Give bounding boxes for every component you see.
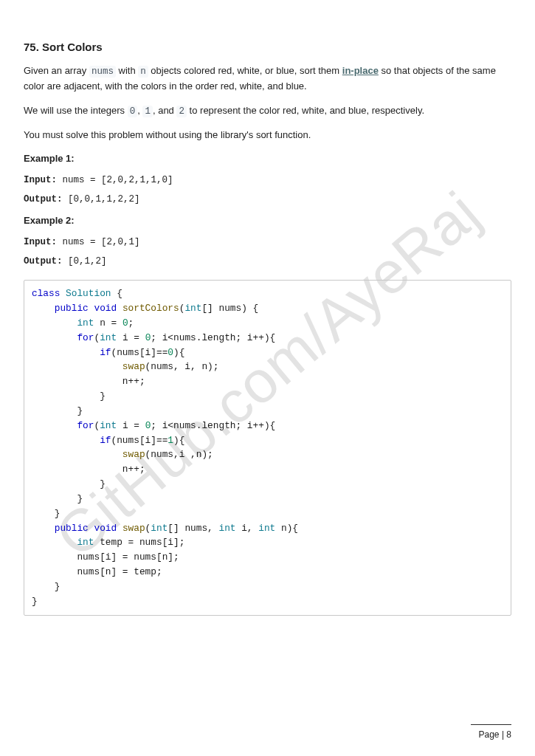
problem-paragraph-2: We will use the integers 0, 1, and 2 to … <box>24 103 511 119</box>
fn: swap <box>32 449 145 460</box>
input-value: nums = [2,0,2,1,1,0] <box>57 175 173 185</box>
fn: swap <box>117 523 145 534</box>
text: } <box>32 391 106 402</box>
type: int <box>151 523 168 534</box>
text: i = <box>117 332 145 343</box>
text: n++; <box>32 376 145 387</box>
text: with <box>116 65 138 76</box>
page-number: Page | 8 <box>479 729 511 740</box>
example-1-input: Input: nums = [2,0,2,1,1,0] <box>24 175 511 185</box>
type: int <box>258 523 275 534</box>
text: to represent the color red, white, and b… <box>187 105 424 116</box>
output-label: Output: <box>24 194 63 205</box>
inline-code-0: 0 <box>128 106 138 117</box>
text: , and <box>153 105 177 116</box>
text: ; i<nums.length; i++){ <box>151 420 275 431</box>
text: } <box>32 508 60 519</box>
type: Solution <box>60 288 111 299</box>
type: int <box>32 537 94 548</box>
kw: for <box>32 332 94 343</box>
text: (nums[i]== <box>111 435 168 446</box>
kw: class <box>32 288 60 299</box>
inline-code-1: 1 <box>142 106 153 117</box>
example-1-label: Example 1: <box>24 151 511 166</box>
type: int <box>32 317 94 329</box>
text: ){ <box>173 347 184 358</box>
output-label: Output: <box>24 256 63 267</box>
text: (nums,i ,n); <box>145 449 213 460</box>
text: n){ <box>275 523 298 534</box>
page-content: 75. Sort Colors Given an array nums with… <box>0 0 535 616</box>
example-2-label: Example 2: <box>24 213 511 228</box>
text: ; <box>128 317 134 329</box>
text: (nums[i]== <box>111 347 168 358</box>
kw: void <box>89 303 117 314</box>
type: int <box>100 420 117 431</box>
inline-code-2: 2 <box>176 106 187 117</box>
fn: sortColors <box>117 303 179 314</box>
inline-code-n: n <box>138 66 148 78</box>
text: } <box>32 405 83 416</box>
fn: swap <box>32 361 145 372</box>
text: nums[n] = temp; <box>32 566 162 577</box>
text: i = <box>117 420 145 431</box>
text: Given an array <box>24 65 89 76</box>
text: } <box>32 596 38 607</box>
inline-code-nums: nums <box>89 66 116 78</box>
text: ; i<nums.length; i++){ <box>151 332 275 343</box>
problem-title: 75. Sort Colors <box>24 41 511 53</box>
text: objects colored red, white, or blue, sor… <box>148 65 342 76</box>
text: ){ <box>173 435 184 446</box>
text: nums[i] = nums[n]; <box>32 551 179 563</box>
type: int <box>184 303 201 314</box>
text: temp = nums[i]; <box>94 537 184 548</box>
num: 0 <box>168 347 173 358</box>
text: n++; <box>32 464 145 475</box>
kw: public <box>32 523 89 534</box>
example-2-output: Output: [0,1,2] <box>24 256 511 267</box>
text: } <box>32 581 60 592</box>
example-2-input: Input: nums = [2,0,1] <box>24 237 511 247</box>
text: (nums, i, n); <box>145 361 219 372</box>
kw: public <box>32 303 89 314</box>
text: [] nums) { <box>201 303 258 314</box>
text: } <box>32 478 106 489</box>
kw: for <box>32 420 94 431</box>
text: i, <box>236 523 259 534</box>
output-value: [0,1,2] <box>63 256 107 267</box>
input-value: nums = [2,0,1] <box>57 237 140 247</box>
text: { <box>111 288 122 299</box>
kw: void <box>89 523 117 534</box>
problem-paragraph-3: You must solve this problem without usin… <box>24 128 511 142</box>
output-value: [0,0,1,1,2,2] <box>63 194 140 205</box>
kw: if <box>32 347 111 358</box>
code-block: class Solution { public void sortColors(… <box>24 280 511 615</box>
input-label: Input: <box>24 237 57 247</box>
inplace-link[interactable]: in-place <box>342 65 379 76</box>
input-label: Input: <box>24 175 57 185</box>
text: We will use the integers <box>24 105 128 116</box>
text: } <box>32 493 83 504</box>
example-1-output: Output: [0,0,1,1,2,2] <box>24 194 511 205</box>
num: 0 <box>122 317 128 329</box>
footer-rule <box>471 724 511 725</box>
problem-paragraph-1: Given an array nums with n objects color… <box>24 63 511 94</box>
kw: if <box>32 435 111 446</box>
type: int <box>100 332 117 343</box>
type: int <box>218 523 235 534</box>
text: n = <box>94 317 122 329</box>
text: [] nums, <box>168 523 218 534</box>
num: 1 <box>168 435 173 446</box>
